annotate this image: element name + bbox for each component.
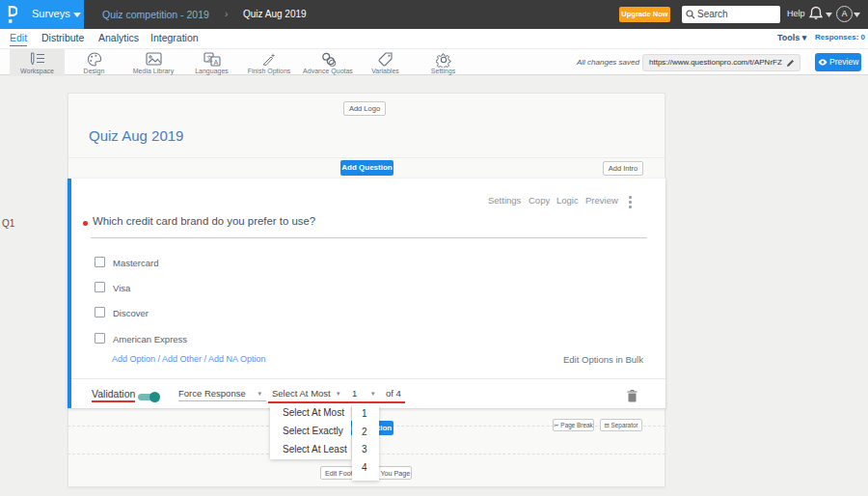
- svg-text:文: 文: [206, 54, 213, 62]
- svg-text:A: A: [213, 59, 218, 66]
